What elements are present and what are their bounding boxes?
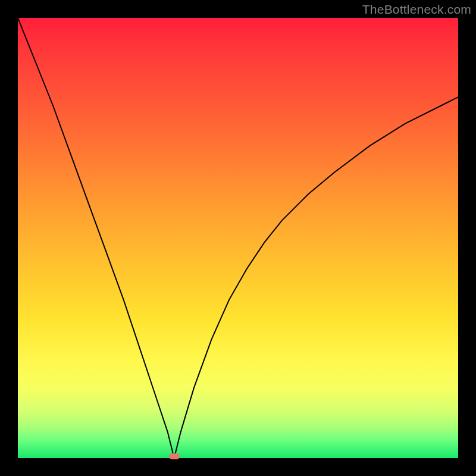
curve-path: [18, 18, 458, 458]
plot-area: [18, 18, 458, 458]
optimal-point-marker: [169, 453, 180, 459]
bottleneck-curve: [18, 18, 458, 458]
watermark-text: TheBottleneck.com: [362, 2, 471, 17]
chart-frame: TheBottleneck.com: [0, 0, 476, 476]
